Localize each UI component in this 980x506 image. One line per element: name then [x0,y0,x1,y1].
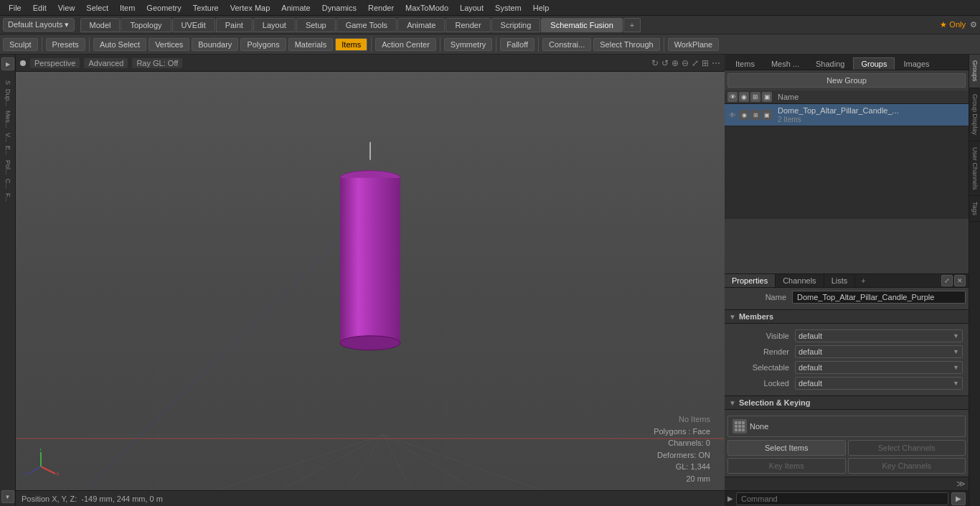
vtab-tags[interactable]: Tags [969,196,980,222]
name-prop-input[interactable] [792,291,966,304]
tab-properties[interactable]: Properties [725,274,776,287]
menu-render[interactable]: Render [362,2,400,14]
undo-icon[interactable]: ↺ [661,58,669,68]
menu-layout[interactable]: Layout [454,2,489,14]
sel-keying-header[interactable]: ▼ Selection & Keying [725,395,969,410]
action-center-button[interactable]: Action Center [375,38,436,51]
menu-view[interactable]: View [52,2,81,14]
tab-scripting[interactable]: Scripting [491,18,541,32]
auto-select-button[interactable]: Auto Select [93,38,146,51]
workplane-button[interactable]: WorkPlane [668,38,720,51]
vis-col-icon[interactable]: ▣ [762,92,772,102]
sidebar-item-c[interactable]: C... [3,177,13,190]
panel-expand-btn[interactable]: ≫ [956,479,966,489]
tab-render[interactable]: Render [446,18,490,32]
falloff-button[interactable]: Falloff [500,38,534,51]
visible-select[interactable]: default ▼ [795,329,963,342]
tab-images[interactable]: Images [895,57,937,70]
sidebar-item-s[interactable]: S [3,79,13,86]
tab-shading[interactable]: Shading [808,57,852,70]
tab-uvedit[interactable]: UVEdit [172,18,215,32]
command-input[interactable] [736,492,948,505]
items-button[interactable]: Items [335,38,367,51]
item-render-icon[interactable]: ◉ [739,110,749,120]
sidebar-item-mes[interactable]: Mes... [3,109,13,130]
tab-groups[interactable]: Groups [853,57,895,70]
render-col-icon[interactable]: ◉ [739,92,749,102]
sidebar-item-v[interactable]: V... [3,131,13,144]
sidebar-item-pol[interactable]: Pol... [3,159,13,177]
viewport[interactable]: Perspective Advanced Ray GL: Off ↻ ↺ ⊕ ⊖… [16,55,725,506]
locked-select[interactable]: default ▼ [795,377,963,390]
selectable-select[interactable]: default ▼ [795,361,963,374]
tab-game-tools[interactable]: Game Tools [336,18,397,32]
sidebar-bottom-btn[interactable]: ▼ [1,490,14,503]
tab-model[interactable]: Model [80,18,121,32]
menu-item[interactable]: Item [114,2,141,14]
perspective-label[interactable]: Perspective [30,58,80,68]
layout-preset-select[interactable]: Default Layouts ▾ [3,18,75,32]
tab-schematic-fusion[interactable]: Schematic Fusion [541,18,622,32]
tab-layout[interactable]: Layout [253,18,296,32]
presets-button[interactable]: Presets [46,38,85,51]
lock-col-icon[interactable]: ⊞ [750,92,760,102]
tab-paint[interactable]: Paint [216,18,253,32]
menu-texture[interactable]: Texture [187,2,225,14]
expand-icon[interactable]: ⊞ [702,58,709,68]
menu-edit[interactable]: Edit [27,2,52,14]
more-icon[interactable]: ⋯ [712,58,720,68]
candle-object[interactable] [327,141,413,373]
select-through-button[interactable]: Select Through [593,38,659,51]
menu-dynamics[interactable]: Dynamics [316,2,362,14]
item-vis-icon[interactable]: ▣ [762,110,772,120]
select-channels-btn[interactable]: Select Channels [848,440,966,456]
fullscreen-icon[interactable]: ⤢ [692,58,699,68]
props-expand-btn[interactable]: ⤢ [941,275,953,286]
item-lock-icon[interactable]: ⊞ [750,110,760,120]
key-items-btn[interactable]: Key Items [727,458,846,474]
tab-animate[interactable]: Animate [397,18,445,32]
sidebar-item-e[interactable]: E... [3,144,13,157]
menu-file[interactable]: File [3,2,27,14]
symmetry-button[interactable]: Symmetry [444,38,493,51]
vtab-group-display[interactable]: Group Display [969,88,980,141]
item-row[interactable]: 👁 ◉ ⊞ ▣ Dome_Top_Altar_Pillar_Candle_...… [725,104,969,126]
zoom-in-icon[interactable]: ⊕ [672,58,679,68]
vtab-groups[interactable]: Groups [969,55,980,88]
new-group-button[interactable]: New Group [727,73,966,88]
tab-channels[interactable]: Channels [776,274,824,287]
menu-vertex-map[interactable]: Vertex Map [225,2,276,14]
props-close-btn[interactable]: ✕ [954,275,966,286]
settings-icon[interactable]: ⚙ [970,20,977,29]
advanced-label[interactable]: Advanced [84,58,128,68]
zoom-out-icon[interactable]: ⊖ [682,58,689,68]
menu-help[interactable]: Help [527,2,555,14]
item-eye-icon[interactable]: 👁 [727,110,738,120]
3d-scene[interactable]: No Items Polygons : Face Channels: 0 Def… [16,55,725,506]
render-select[interactable]: default ▼ [795,345,963,358]
items-area[interactable]: 👁 ◉ ⊞ ▣ Dome_Top_Altar_Pillar_Candle_...… [725,104,969,219]
polygons-button[interactable]: Polygons [240,38,286,51]
tab-setup[interactable]: Setup [296,18,336,32]
key-channels-btn[interactable]: Key Channels [848,458,966,474]
tab-mesh[interactable]: Mesh ... [763,57,807,70]
tab-items[interactable]: Items [727,57,763,70]
select-items-btn[interactable]: Select Items [727,440,846,456]
menu-animate[interactable]: Animate [275,2,316,14]
menu-geometry[interactable]: Geometry [141,2,187,14]
sidebar-item-dup[interactable]: Dup... [3,88,13,108]
boundary-button[interactable]: Boundary [192,38,238,51]
tab-add-plus[interactable]: + [855,274,871,287]
members-section-header[interactable]: ▼ Members [725,309,969,324]
ray-gl-label[interactable]: Ray GL: Off [132,58,182,68]
rotate-icon[interactable]: ↻ [651,58,659,68]
sculpt-button[interactable]: Sculpt [3,38,38,51]
command-go-btn[interactable]: ▶ [951,492,966,505]
command-arrow[interactable]: ▶ [727,495,733,502]
constraints-button[interactable]: Constrai... [542,38,591,51]
menu-maxtomodo[interactable]: MaxToModo [400,2,454,14]
eye-col-icon[interactable]: 👁 [727,92,738,102]
vertices-button[interactable]: Vertices [149,38,189,51]
vtab-user-channels[interactable]: User Channels [969,141,980,197]
sidebar-item-f[interactable]: F... [3,192,13,203]
